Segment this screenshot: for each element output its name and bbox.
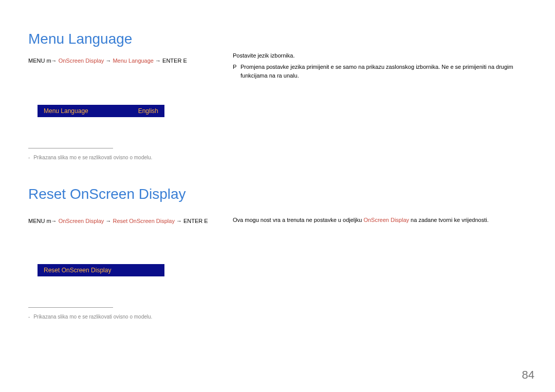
footnote-2: - Prikazana slika mo e se razlikovati ov…	[28, 314, 527, 320]
footnote-dash: -	[28, 155, 30, 160]
bc-h1: OnScreen Display	[59, 58, 104, 64]
bc2-h1: OnScreen Display	[59, 218, 104, 224]
bc2-arrow2: →	[175, 218, 183, 224]
rt-line2: P Promjena postavke jezika primijenit e …	[233, 63, 526, 80]
footnote-1: - Prikazana slika mo e se razlikovati ov…	[28, 155, 527, 160]
section-menu-language: Menu Language MENU m→ OnScreen Display →…	[28, 31, 527, 160]
rt-line1: Postavite jezik izbornika.	[233, 52, 526, 59]
bc-arrow1: →	[104, 58, 113, 64]
heading-reset-osd: Reset OnScreen Display	[28, 186, 527, 202]
bc2-pre: MENU m→	[28, 218, 57, 224]
rt2-post: na zadane tvorni ke vrijednosti.	[409, 217, 489, 223]
rt2-h: OnScreen Display	[363, 217, 409, 223]
footnote-1-text: Prikazana slika mo e se razlikovati ovis…	[33, 155, 152, 160]
menubar-label: Menu Language	[44, 107, 88, 115]
bc2-h2: Reset OnScreen Display	[113, 218, 174, 224]
menubar-value: English	[138, 107, 158, 115]
menubar-menu-language[interactable]: Menu Language English	[38, 105, 164, 117]
menubar-reset-osd[interactable]: Reset OnScreen Display	[38, 264, 164, 276]
menubar2-label: Reset OnScreen Display	[44, 267, 111, 274]
rt2-pre: Ova mogu nost vra a trenuta ne postavke …	[233, 217, 363, 223]
divider-2	[28, 307, 113, 308]
bc-post: ENTER E	[162, 58, 187, 64]
rt-prefix: P	[233, 63, 236, 71]
footnote-dash-2: -	[28, 314, 30, 320]
bc-pre: MENU m→	[28, 58, 57, 64]
section-reset-osd: Reset OnScreen Display Ova mogu nost vra…	[28, 186, 527, 320]
bc2-post: ENTER E	[183, 218, 208, 224]
bc2-arrow1: →	[104, 218, 113, 224]
bc-arrow2: →	[154, 58, 162, 64]
page-number: 84	[522, 368, 534, 382]
right-block-1: Postavite jezik izbornika. P Promjena po…	[233, 52, 526, 80]
footnote-2-text: Prikazana slika mo e se razlikovati ovis…	[33, 314, 152, 320]
bc-h2: Menu Language	[113, 58, 154, 64]
divider-1	[28, 148, 113, 148]
right-block-2: Ova mogu nost vra a trenuta ne postavke …	[233, 217, 526, 223]
heading-menu-language: Menu Language	[28, 31, 527, 47]
rt-line2-text: Promjena postavke jezika primijenit e se…	[240, 64, 513, 79]
